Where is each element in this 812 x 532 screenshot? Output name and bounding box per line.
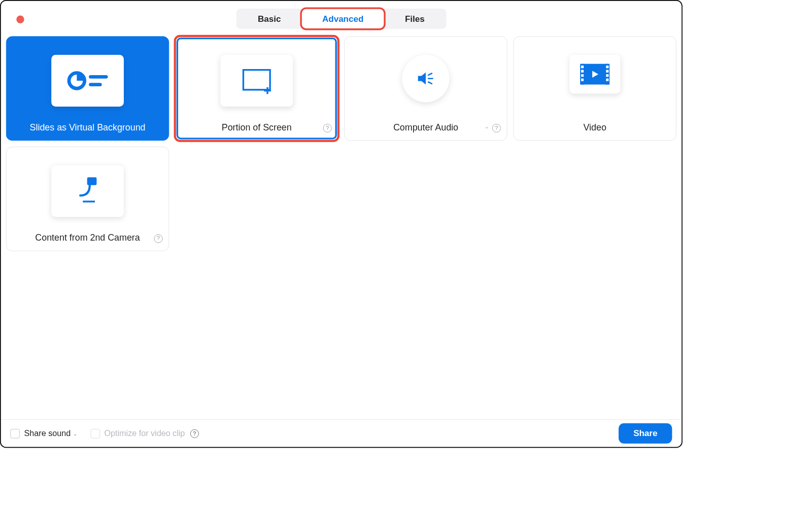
svg-rect-19	[606, 79, 608, 81]
svg-rect-16	[606, 65, 608, 68]
help-icon[interactable]: ?	[323, 124, 332, 132]
svg-rect-3	[243, 70, 270, 90]
chevron-down-icon[interactable]: ⌄	[73, 430, 78, 437]
tile-label: Content from 2nd Camera	[35, 232, 140, 243]
svg-rect-15	[581, 79, 584, 81]
svg-line-8	[428, 82, 432, 84]
tile-label: Portion of Screen	[222, 122, 292, 132]
share-sound-checkbox[interactable]	[10, 428, 20, 438]
video-icon	[569, 55, 620, 94]
tab-advanced[interactable]: Advanced	[301, 10, 384, 28]
optimize-checkbox[interactable]	[90, 428, 100, 438]
tab-bar: Basic Advanced Files	[236, 9, 447, 29]
chevron-down-icon[interactable]: ⌄	[485, 124, 489, 130]
tab-basic[interactable]: Basic	[237, 10, 301, 28]
svg-rect-1	[89, 75, 108, 79]
close-window-button[interactable]	[16, 16, 24, 23]
svg-rect-13	[581, 70, 584, 73]
tile-video[interactable]: Video	[514, 36, 676, 141]
optimize-label: Optimize for video clip	[104, 428, 185, 438]
share-button[interactable]: Share	[619, 423, 672, 444]
svg-rect-17	[606, 70, 608, 73]
tile-computer-audio[interactable]: Computer Audio ⌄ ?	[344, 36, 507, 141]
share-options-grid: Slides as Virtual Background Portion of …	[6, 36, 676, 251]
tile-content-2nd-camera[interactable]: Content from 2nd Camera ?	[6, 147, 169, 251]
help-icon[interactable]: ?	[492, 124, 501, 132]
tile-slides-virtual-background[interactable]: Slides as Virtual Background	[6, 36, 169, 141]
share-window: Basic Advanced Files Slides as Virtual B…	[0, 0, 683, 448]
tile-label: Computer Audio	[393, 122, 458, 132]
svg-rect-2	[89, 83, 102, 86]
help-icon[interactable]: ?	[190, 429, 199, 438]
svg-rect-14	[581, 74, 584, 77]
footer-bar: Share sound ⌄ Optimize for video clip ? …	[1, 419, 682, 447]
webcam-icon	[51, 165, 124, 217]
svg-line-6	[428, 74, 432, 75]
svg-rect-18	[606, 74, 608, 77]
portion-screen-icon	[220, 55, 293, 107]
slides-icon	[51, 55, 124, 107]
tab-advanced-label: Advanced	[322, 14, 363, 23]
help-icon[interactable]: ?	[154, 235, 162, 243]
tile-label: Slides as Virtual Background	[30, 122, 146, 132]
tile-portion-of-screen[interactable]: Portion of Screen ?	[175, 36, 338, 141]
tile-label: Video	[583, 122, 606, 132]
speaker-icon	[402, 55, 450, 103]
svg-rect-12	[581, 65, 584, 68]
svg-rect-20	[87, 177, 97, 185]
tab-files[interactable]: Files	[384, 10, 445, 28]
share-sound-label: Share sound	[24, 428, 71, 438]
